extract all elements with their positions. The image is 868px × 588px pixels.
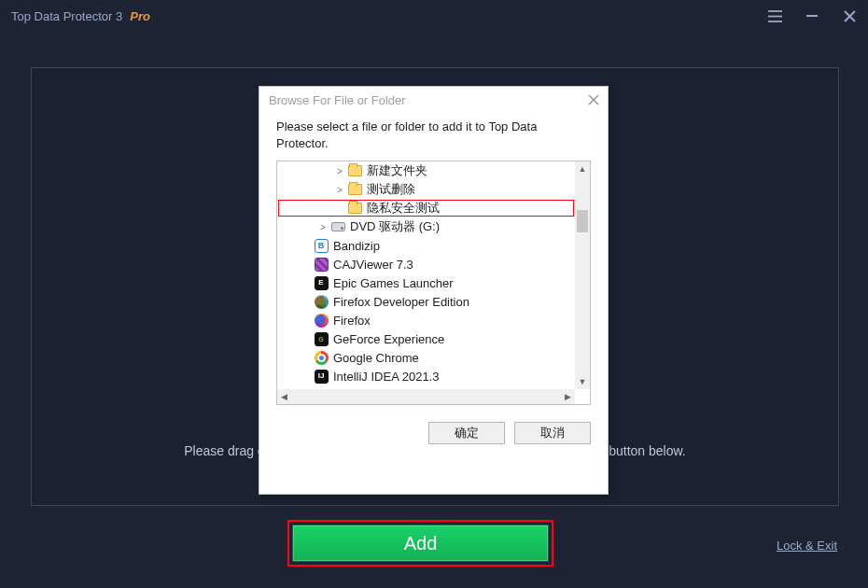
folder-icon bbox=[348, 203, 362, 214]
chrome-icon bbox=[315, 351, 329, 365]
browse-dialog: Browse For File or Folder Please select … bbox=[259, 86, 609, 495]
tree-item[interactable]: CAJViewer 7.3 bbox=[277, 255, 575, 273]
tree-item[interactable]: EEpic Games Launcher bbox=[277, 273, 575, 292]
drive-icon bbox=[331, 222, 345, 231]
folder-tree: >新建文件夹>测试删除隐私安全测试>DVD 驱动器 (G:)BBandizipC… bbox=[276, 161, 591, 405]
cajviewer-icon bbox=[315, 258, 329, 272]
scroll-left-icon[interactable]: ◀ bbox=[277, 392, 291, 401]
bandizip-icon: B bbox=[315, 239, 329, 253]
folder-icon bbox=[348, 165, 362, 176]
tree-item-label: 新建文件夹 bbox=[367, 162, 427, 179]
tree-item[interactable]: 隐私安全测试 bbox=[277, 199, 575, 217]
tree-item-label: Bandizip bbox=[333, 239, 380, 253]
epic-games-icon: E bbox=[315, 276, 329, 290]
app-title-text: Top Data Protector 3 bbox=[11, 9, 122, 23]
lock-and-exit-link[interactable]: Lock & Exit bbox=[777, 539, 837, 553]
dialog-instruction: Please select a file or folder to add it… bbox=[259, 113, 608, 159]
tree-item-label: CAJViewer 7.3 bbox=[333, 258, 413, 272]
tree-item-label: DVD 驱动器 (G:) bbox=[350, 218, 440, 235]
tree-expander-icon[interactable]: > bbox=[333, 185, 346, 195]
tree-item-label: IntelliJ IDEA 2021.3 bbox=[333, 370, 439, 384]
titlebar: Top Data Protector 3 Pro bbox=[0, 0, 868, 32]
tree-item-label: 隐私安全测试 bbox=[367, 200, 440, 217]
dialog-close-icon[interactable] bbox=[585, 91, 602, 108]
firefox-dev-icon bbox=[315, 295, 329, 309]
tree-item[interactable]: BBandizip bbox=[277, 236, 575, 255]
tree-item-label: Epic Games Launcher bbox=[333, 276, 454, 290]
tree-item[interactable]: GGeForce Experience bbox=[277, 329, 575, 348]
dialog-header: Browse For File or Folder bbox=[259, 87, 608, 113]
dialog-title: Browse For File or Folder bbox=[269, 93, 406, 107]
tree-item-label: Firefox bbox=[333, 314, 371, 328]
tree-item[interactable]: Firefox bbox=[277, 311, 575, 329]
tree-item[interactable]: >DVD 驱动器 (G:) bbox=[277, 217, 575, 236]
tree-item-label: Firefox Developer Edition bbox=[333, 295, 469, 309]
tree-expander-icon[interactable]: > bbox=[333, 166, 346, 176]
tree-item[interactable]: Google Chrome bbox=[277, 348, 575, 367]
hamburger-icon[interactable] bbox=[767, 8, 782, 23]
firefox-icon bbox=[315, 314, 329, 328]
scroll-up-icon[interactable]: ▲ bbox=[575, 161, 590, 176]
scroll-thumb[interactable] bbox=[577, 210, 588, 232]
dialog-cancel-button[interactable]: 取消 bbox=[514, 422, 591, 444]
app-title: Top Data Protector 3 Pro bbox=[11, 9, 150, 23]
tree-item[interactable]: >新建文件夹 bbox=[277, 161, 575, 180]
add-button-label: Add bbox=[404, 533, 438, 554]
vertical-scrollbar[interactable]: ▲ ▼ bbox=[575, 161, 590, 389]
minimize-icon[interactable] bbox=[805, 8, 819, 23]
add-button[interactable]: Add bbox=[292, 525, 549, 562]
scroll-down-icon[interactable]: ▼ bbox=[575, 374, 590, 389]
folder-icon bbox=[348, 184, 362, 195]
app-edition-badge: Pro bbox=[130, 9, 150, 23]
scroll-right-icon[interactable]: ▶ bbox=[561, 392, 575, 401]
tree-expander-icon[interactable]: > bbox=[316, 222, 329, 232]
horizontal-scrollbar[interactable]: ◀ ▶ bbox=[277, 389, 575, 404]
tree-item-label: Google Chrome bbox=[333, 351, 419, 365]
tree-item-label: GeForce Experience bbox=[333, 332, 444, 346]
geforce-icon: G bbox=[315, 332, 329, 346]
close-icon[interactable] bbox=[842, 8, 857, 23]
intellij-icon: IJ bbox=[315, 370, 329, 384]
add-button-highlight: Add bbox=[287, 520, 553, 567]
tree-item-label: 测试删除 bbox=[367, 181, 415, 198]
tree-item[interactable]: >测试删除 bbox=[277, 180, 575, 199]
tree-item[interactable]: Firefox Developer Edition bbox=[277, 292, 575, 311]
dialog-ok-button[interactable]: 确定 bbox=[428, 422, 505, 444]
tree-item[interactable]: IJIntelliJ IDEA 2021.3 bbox=[277, 367, 575, 385]
